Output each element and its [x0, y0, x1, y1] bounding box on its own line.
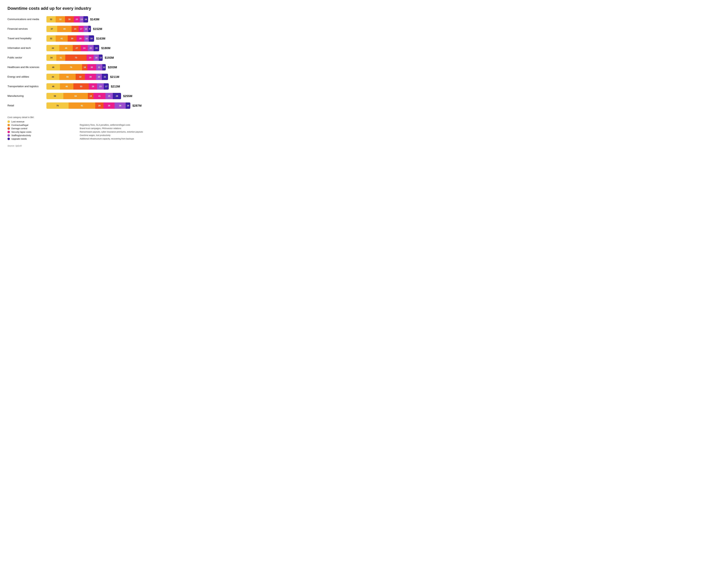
- bar-segment-lost_revenue: 44: [46, 45, 59, 51]
- bar-segment-damage: 24: [71, 26, 79, 32]
- bar-segment-contractual: 91: [69, 103, 95, 109]
- bar-segment-lost_revenue: 44: [46, 74, 59, 80]
- legend-name-security: Security lapse costs: [12, 131, 35, 133]
- row-total: $143M: [90, 18, 99, 21]
- bar-segment-damage: 73: [65, 55, 87, 61]
- bar-segment-contractual: 76: [60, 64, 82, 70]
- chart-row: Communications and media323230201316$143…: [7, 16, 178, 22]
- bar-segment-staffing: 38: [114, 103, 126, 109]
- row-label: Energy and utilities: [7, 75, 46, 78]
- bar-segment-contractual: 49: [57, 26, 71, 32]
- chart-row: Healthcare and life sciences467618302112…: [7, 64, 178, 70]
- row-total: $255M: [123, 94, 132, 98]
- legend-item-security: Security lapse costs: [7, 131, 71, 133]
- bar-segment-staffing: 16: [84, 35, 89, 42]
- bar-segment-staffing: 20: [96, 74, 102, 80]
- row-total: $287M: [132, 104, 142, 107]
- bar-segment-upgrade: 19: [93, 45, 99, 51]
- bar-segments: 37492417169: [46, 26, 91, 32]
- bar-segments: 769128383816: [46, 103, 130, 109]
- bar-segment-upgrade: 28: [113, 93, 121, 99]
- legend-desc-security: Ransomware payouts, cyber insurance prem…: [80, 131, 178, 133]
- bar-segment-security: 17: [79, 26, 84, 32]
- bar-segment-staffing: 23: [97, 83, 104, 89]
- row-label: Retail: [7, 104, 46, 107]
- bar-segment-upgrade: 13: [99, 55, 103, 61]
- row-label: Communications and media: [7, 18, 46, 21]
- row-label: Information and tech: [7, 47, 46, 49]
- bar-segment-lost_revenue: 32: [46, 16, 56, 22]
- chart-row: Information and tech444627242019$180M: [7, 45, 178, 51]
- legend-item-staffing: Staffing/productivity: [7, 134, 71, 136]
- row-label: Manufacturing: [7, 94, 46, 98]
- legend-grid: Lost revenueContractual/legalRegulatory …: [7, 120, 178, 140]
- row-label: Financial services: [7, 27, 46, 30]
- bar-segment-security: 30: [87, 64, 96, 70]
- row-total: $211M: [110, 75, 119, 79]
- legend-name-contractual: Contractual/legal: [12, 124, 35, 126]
- legend-dot-contractual: [7, 124, 10, 126]
- bar-segment-security: 38: [104, 103, 114, 109]
- bar-segment-upgrade: 17: [104, 83, 109, 89]
- legend-desc-staffing: Overtime wages, lost productivity: [80, 134, 178, 136]
- bar-segment-damage: 19: [88, 93, 93, 99]
- bar-segment-damage: 32: [76, 74, 85, 80]
- bar-segment-security: 41: [93, 93, 105, 99]
- bar-segment-upgrade: 16: [83, 16, 88, 22]
- bar-segment-damage: 30: [68, 35, 77, 42]
- row-total: $163M: [96, 37, 105, 40]
- bar-segment-security: 26: [77, 35, 84, 42]
- chart-row: Public sector343173241813$193M: [7, 55, 178, 61]
- legend: Cost category detail in $M: Lost revenue…: [7, 116, 178, 140]
- row-total: $152M: [93, 27, 102, 31]
- legend-desc-damage: Brand trust campaigns, PR/investor relat…: [80, 127, 178, 130]
- chart-row: Travel and hospitality324130261618$163M: [7, 35, 178, 42]
- bar-segment-damage: 27: [73, 45, 81, 51]
- legend-dot-lost_revenue: [7, 121, 10, 123]
- bar-segment-upgrade: 9: [88, 26, 91, 32]
- bar-segment-staffing: 20: [88, 45, 93, 51]
- bar-segment-lost_revenue: 32: [46, 35, 56, 42]
- row-total: $203M: [108, 66, 117, 69]
- bar-container: 324130261618$163M: [46, 35, 178, 42]
- legend-item-lost_revenue: Lost revenue: [7, 120, 178, 123]
- bar-segment-contractual: 46: [59, 45, 73, 51]
- bar-segment-staffing: 21: [96, 64, 102, 70]
- bar-segment-contractual: 84: [63, 93, 88, 99]
- bar-container: 323230201316$143M: [46, 16, 178, 22]
- bar-segments: 324130261618: [46, 35, 94, 42]
- bar-container: 444627242019$180M: [46, 45, 178, 51]
- bar-segment-damage: 30: [65, 16, 74, 22]
- legend-name-upgrade: Upgrade needs: [12, 138, 35, 140]
- legend-item-damage: Damage control: [7, 127, 71, 130]
- bar-segment-security: 24: [87, 55, 93, 61]
- row-label: Public sector: [7, 56, 46, 59]
- bar-segment-lost_revenue: 37: [46, 26, 57, 32]
- bar-segments: 445632382021: [46, 74, 108, 80]
- chart-title: Downtime costs add up for every industry: [7, 6, 178, 11]
- bar-segment-contractual: 46: [60, 83, 73, 89]
- bar-segment-lost_revenue: 76: [46, 103, 69, 109]
- bar-segment-contractual: 31: [56, 55, 65, 61]
- legend-title: Cost category detail in $M:: [7, 116, 178, 119]
- bar-segments: 323230201316: [46, 16, 88, 22]
- bar-segment-lost_revenue: 58: [46, 93, 63, 99]
- row-total: $193M: [105, 56, 114, 60]
- bar-container: 37492417169$152M: [46, 26, 178, 32]
- bar-segment-upgrade: 12: [102, 64, 106, 70]
- bar-segment-staffing: 16: [84, 26, 88, 32]
- legend-desc-upgrade: Additional infrastructure capacity, reco…: [80, 138, 178, 140]
- bar-segment-staffing: 25: [105, 93, 113, 99]
- row-total: $180M: [101, 46, 110, 50]
- bar-segment-lost_revenue: 46: [46, 64, 60, 70]
- row-label: Travel and hospitality: [7, 37, 46, 40]
- bar-segments: 588419412528: [46, 93, 121, 99]
- bar-container: 769128383816$287M: [46, 103, 178, 109]
- legend-dot-staffing: [7, 134, 10, 136]
- bar-segment-contractual: 41: [56, 35, 68, 42]
- bar-segment-contractual: 56: [59, 74, 76, 80]
- bar-segment-security: 28: [89, 83, 97, 89]
- chart-row: Transportation and logistics464653282317…: [7, 83, 178, 89]
- legend-name-lost_revenue: Lost revenue: [12, 120, 35, 123]
- bar-segment-damage: 18: [82, 64, 87, 70]
